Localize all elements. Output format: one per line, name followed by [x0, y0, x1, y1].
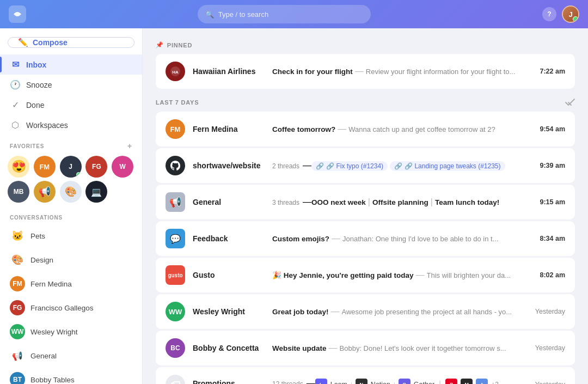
email-row-bobby-concetta[interactable]: BC Bobby & Concetta Website update — Bob… — [156, 331, 575, 365]
email-row-promotions[interactable]: 🏷 Promotions 12 threads — L Loom | N Not… — [156, 367, 575, 384]
feedback-sender: Feedback — [193, 234, 269, 243]
pets-icon: 🐱 — [10, 228, 25, 243]
bobby-concetta-email-info: Bobby & Concetta Website update — Bobby:… — [193, 343, 528, 353]
gusto-email-info: Gusto 🎉 Hey Jennie, you're getting paid … — [193, 270, 532, 280]
medium-logo: M — [461, 379, 473, 384]
shortwave-sender: shortwave/website — [193, 161, 269, 170]
email-info: Hawaiian Airlines Check in for your flig… — [193, 66, 532, 76]
sidebar-item-wesley-label: Wesley Wright — [30, 328, 78, 336]
sidebar-item-pets[interactable]: 🐱 Pets — [0, 224, 142, 248]
sidebar-item-francisco[interactable]: FG Francisco Gallegos — [0, 296, 142, 320]
promotions-email-info: Promotions 12 threads — L Loom | N Notio… — [193, 379, 528, 384]
sidebar-item-fern[interactable]: FM Fern Medina — [0, 272, 142, 296]
wesley-email-info: Wesley Wright Great job today! — Awesome… — [193, 307, 528, 316]
sidebar-item-done-label: Done — [26, 101, 44, 109]
favorite-avatar-4[interactable]: FG — [85, 156, 107, 178]
sidebar-item-design[interactable]: 🎨 Design — [0, 248, 142, 272]
favorite-avatar-6[interactable]: MB — [8, 181, 29, 203]
wesley-subject: Great job today! — [272, 308, 329, 316]
promotions-avatar: 🏷 — [166, 375, 185, 384]
app-logo[interactable] — [9, 5, 26, 23]
favorite-avatar-3[interactable]: J — [60, 156, 82, 178]
search-bar[interactable]: 🔍 Type / to search — [198, 5, 371, 23]
wesley-preview: Awesome job presenting the project at al… — [342, 308, 512, 316]
gusto-sender: Gusto — [193, 271, 269, 279]
email-row-shortwave[interactable]: shortwave/website 2 threads — 🔗🔗 Fix typ… — [156, 148, 575, 183]
sidebar-item-snooze[interactable]: 🕐 Snooze — [0, 75, 142, 95]
fern-subject: Coffee tomorrow? — [272, 125, 335, 133]
sidebar-item-bobby-label: Bobby Tables — [30, 376, 75, 384]
sidebar-item-fern-label: Fern Medina — [30, 280, 72, 288]
thread-pill-2: 🔗🔗 Landing page tweaks (#1235) — [390, 161, 505, 171]
pin-icon: 📌 — [156, 41, 164, 48]
add-favorite-button[interactable]: + — [127, 142, 132, 150]
hawaiian-airlines-avatar: HA — [166, 62, 185, 81]
email-row-wesley[interactable]: WW Wesley Wright Great job today! — Awes… — [156, 294, 575, 329]
favorite-avatar-8[interactable]: 🎨 — [60, 181, 82, 203]
user-avatar[interactable]: J — [562, 5, 579, 23]
general-sender: General — [193, 198, 269, 206]
sidebar-item-done[interactable]: ✓ Done — [0, 95, 142, 115]
pinned-section-title: 📌 PINNED — [156, 41, 192, 48]
sidebar-item-pets-label: Pets — [30, 232, 45, 240]
gusto-subject: 🎉 Hey Jennie, you're getting paid today — [272, 271, 414, 279]
email-time: 7:22 am — [540, 68, 565, 75]
email-row-general[interactable]: 📢 General 3 threads — OOO next week | Of… — [156, 185, 575, 220]
done-icon: ✓ — [10, 100, 21, 110]
fern-email-info: Fern Medina Coffee tomorrow? — Wanna cat… — [193, 124, 532, 134]
sidebar-item-francisco-label: Francisco Gallegos — [30, 304, 94, 312]
sidebar-item-design-label: Design — [30, 256, 53, 264]
gusto-preview: This will brighten your da... — [427, 271, 511, 279]
bobby-avatar: BT — [10, 372, 25, 384]
email-sender: Hawaiian Airlines — [193, 67, 269, 76]
last7days-section-header: LAST 7 DAYS — [156, 99, 575, 106]
loom-logo: L — [315, 379, 327, 384]
sidebar-item-wesley[interactable]: WW Wesley Wright — [0, 320, 142, 344]
bobby-concetta-time: Yesterday — [535, 344, 565, 352]
wesley-email-avatar: WW — [166, 302, 185, 321]
inbox-icon: ✉ — [10, 59, 21, 70]
email-row-feedback[interactable]: 💬 Feedback Custom emojis? — Jonathan: On… — [156, 221, 575, 256]
sidebar-item-inbox[interactable]: ✉ Inbox — [0, 54, 142, 75]
favorites-section-label: FAVORITES + — [0, 135, 142, 154]
wesley-sender: Wesley Wright — [193, 307, 269, 316]
favorite-avatar-1[interactable]: 😍 — [8, 156, 29, 178]
email-row-hawaiian[interactable]: HA Hawaiian Airlines Check in for your f… — [156, 54, 575, 89]
sidebar-item-workspaces[interactable]: ⬡ Workspaces — [0, 115, 142, 135]
email-row-fern[interactable]: FM Fern Medina Coffee tomorrow? — Wanna … — [156, 112, 575, 147]
thread-pill-1: 🔗🔗 Fix typo (#1234) — [311, 161, 388, 171]
mark-all-read-button[interactable] — [565, 99, 575, 106]
bobby-concetta-avatar: BC — [166, 338, 185, 358]
gusto-avatar: gusto — [166, 265, 185, 285]
topbar-right: ? J — [542, 5, 579, 23]
workspaces-icon: ⬡ — [10, 120, 21, 130]
email-row-gusto[interactable]: gusto Gusto 🎉 Hey Jennie, you're getting… — [156, 258, 575, 292]
feedback-avatar: 💬 — [166, 229, 185, 248]
promotions-time: Yesterday — [535, 381, 565, 384]
favorite-avatar-7[interactable]: 📢 — [34, 181, 56, 203]
shortwave-email-info: shortwave/website 2 threads — 🔗🔗 Fix typ… — [193, 161, 532, 171]
promotions-sender: Promotions — [193, 379, 269, 384]
sidebar-item-bobby[interactable]: BT Bobby Tables — [0, 368, 142, 384]
wesley-time: Yesterday — [535, 308, 565, 315]
francisco-avatar: FG — [10, 300, 25, 315]
bobby-concetta-sender: Bobby & Concetta — [193, 344, 269, 352]
favorite-avatar-5[interactable]: W — [112, 156, 133, 178]
fern-avatar: FM — [10, 276, 25, 291]
help-button[interactable]: ? — [542, 7, 556, 21]
fern-sender: Fern Medina — [193, 125, 269, 133]
compose-button[interactable]: ✏️ Compose — [8, 37, 134, 48]
feedback-time: 8:34 am — [540, 235, 565, 242]
sidebar-item-snooze-label: Snooze — [26, 81, 52, 89]
wesley-avatar: WW — [10, 324, 25, 339]
favorite-avatar-9[interactable]: 💻 — [85, 181, 107, 203]
email-content: 📌 PINNED HA Hawaiian Airlines Check in f… — [143, 28, 588, 384]
feedback-subject: Custom emojis? — [272, 235, 329, 243]
general-channel-avatar: 📢 — [166, 192, 185, 212]
favorite-avatar-2[interactable]: FM — [34, 156, 56, 178]
general-time: 9:15 am — [540, 198, 565, 206]
compose-icon: ✏️ — [18, 38, 28, 47]
sidebar-item-general[interactable]: 📢 General — [0, 344, 142, 368]
email-subject: Check in for your flight — [272, 68, 353, 76]
notion-logo: N — [356, 379, 367, 384]
